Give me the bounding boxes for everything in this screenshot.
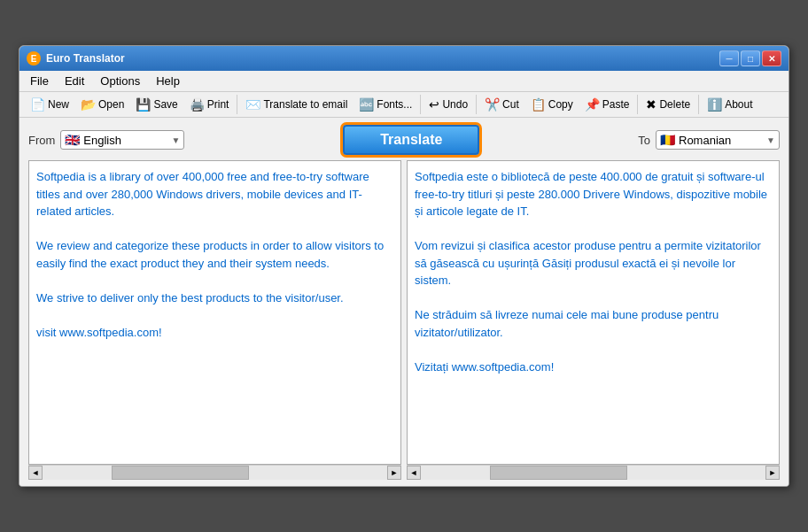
title-bar-left: E Euro Translator (27, 51, 125, 66)
new-icon: 📄 (30, 98, 45, 111)
delete-icon: ✖ (646, 98, 656, 111)
delete-button[interactable]: ✖ Delete (641, 95, 695, 114)
undo-icon: ↩ (429, 98, 439, 111)
to-group: To 🇷🇴 Romanian ▼ (638, 130, 780, 150)
from-to-bar: From 🇬🇧 English ▼ Translate To 🇷🇴 Romani… (28, 125, 780, 155)
target-scroll-thumb[interactable] (490, 466, 628, 480)
translation-area: From 🇬🇧 English ▼ Translate To 🇷🇴 Romani… (19, 118, 789, 486)
source-scrollbar[interactable]: ◄ ► (28, 465, 401, 479)
copy-icon: 📋 (531, 98, 546, 111)
menu-help[interactable]: Help (149, 73, 187, 89)
fonts-label: Fonts... (377, 98, 412, 111)
save-icon: 💾 (136, 98, 151, 111)
app-icon: E (27, 51, 41, 66)
cut-button[interactable]: ✂️ Cut (479, 95, 524, 114)
menu-file[interactable]: File (23, 73, 56, 89)
from-group: From 🇬🇧 English ▼ (28, 130, 184, 150)
open-icon: 📂 (81, 98, 96, 111)
print-icon: 🖨️ (190, 98, 205, 111)
fonts-icon: 🔤 (359, 98, 374, 111)
translate-email-label: Translate to email (263, 98, 347, 111)
new-label: New (48, 98, 69, 111)
target-text-panel: Softpedia este o bibliotecă de peste 400… (407, 160, 780, 465)
copy-label: Copy (548, 98, 573, 111)
target-flag: 🇷🇴 (660, 133, 675, 147)
text-panels: Softpedia is a library of over 400,000 f… (28, 160, 780, 479)
about-label: About (725, 98, 752, 111)
fonts-button[interactable]: 🔤 Fonts... (354, 95, 417, 114)
source-dropdown-arrow: ▼ (171, 135, 180, 145)
close-button[interactable]: ✕ (762, 50, 781, 66)
paste-icon: 📌 (585, 98, 600, 111)
undo-button[interactable]: ↩ Undo (423, 95, 473, 114)
source-text-panel: Softpedia is a library of over 400,000 f… (28, 160, 401, 465)
source-scroll-track[interactable] (43, 466, 387, 480)
toolbar-separator-4 (637, 95, 638, 114)
toolbar-separator-3 (476, 95, 477, 114)
source-scroll-right[interactable]: ► (387, 466, 401, 480)
source-text[interactable]: Softpedia is a library of over 400,000 f… (29, 161, 400, 464)
print-label: Print (207, 98, 229, 111)
open-button[interactable]: 📂 Open (75, 95, 129, 114)
toolbar-separator-1 (237, 95, 237, 114)
minimize-button[interactable]: ─ (719, 50, 739, 66)
source-lang-name: English (83, 134, 167, 147)
open-label: Open (98, 98, 124, 111)
undo-label: Undo (442, 98, 468, 111)
source-panel-wrapper: Softpedia is a library of over 400,000 f… (28, 160, 401, 479)
cut-label: Cut (502, 98, 519, 111)
maximize-button[interactable]: □ (741, 50, 760, 66)
target-scroll-left[interactable]: ◄ (407, 466, 421, 480)
menu-options[interactable]: Options (93, 73, 147, 89)
source-scroll-left[interactable]: ◄ (28, 466, 43, 480)
toolbar: 📄 New 📂 Open 💾 Save 🖨️ Print ✉️ Translat… (19, 92, 789, 118)
save-button[interactable]: 💾 Save (130, 95, 183, 114)
toolbar-separator-2 (420, 95, 421, 114)
about-button[interactable]: ℹ️ About (702, 95, 758, 114)
target-dropdown-arrow: ▼ (766, 135, 775, 145)
source-language-select[interactable]: 🇬🇧 English ▼ (60, 130, 184, 150)
menu-bar: File Edit Options Help (19, 71, 789, 92)
target-text[interactable]: Softpedia este o bibliotecă de peste 400… (408, 161, 779, 464)
title-bar: E Euro Translator ─ □ ✕ (19, 46, 789, 71)
source-scroll-thumb[interactable] (112, 466, 250, 480)
source-flag: 🇬🇧 (65, 133, 80, 147)
about-icon: ℹ️ (707, 98, 722, 111)
save-label: Save (153, 98, 177, 111)
delete-label: Delete (659, 98, 690, 111)
copy-button[interactable]: 📋 Copy (525, 95, 579, 114)
toolbar-separator-5 (698, 95, 699, 114)
target-scroll-right[interactable]: ► (765, 466, 780, 480)
window-title: Euro Translator (46, 52, 125, 65)
cut-icon: ✂️ (485, 98, 500, 111)
menu-edit[interactable]: Edit (58, 73, 91, 89)
target-scroll-track[interactable] (421, 466, 765, 480)
translate-button[interactable]: Translate (343, 125, 479, 155)
target-scrollbar[interactable]: ◄ ► (407, 465, 780, 479)
print-button[interactable]: 🖨️ Print (184, 95, 235, 114)
from-label: From (28, 134, 55, 147)
email-icon: ✉️ (245, 98, 260, 111)
new-button[interactable]: 📄 New (25, 95, 74, 114)
main-window: E Euro Translator ─ □ ✕ File Edit Option… (19, 45, 789, 487)
paste-label: Paste (602, 98, 630, 111)
target-language-select[interactable]: 🇷🇴 Romanian ▼ (656, 130, 780, 150)
to-label: To (638, 134, 650, 147)
translate-email-button[interactable]: ✉️ Translate to email (240, 95, 353, 114)
target-lang-name: Romanian (679, 134, 763, 147)
target-panel-wrapper: Softpedia este o bibliotecă de peste 400… (407, 160, 780, 479)
paste-button[interactable]: 📌 Paste (579, 95, 635, 114)
title-controls: ─ □ ✕ (719, 50, 781, 66)
